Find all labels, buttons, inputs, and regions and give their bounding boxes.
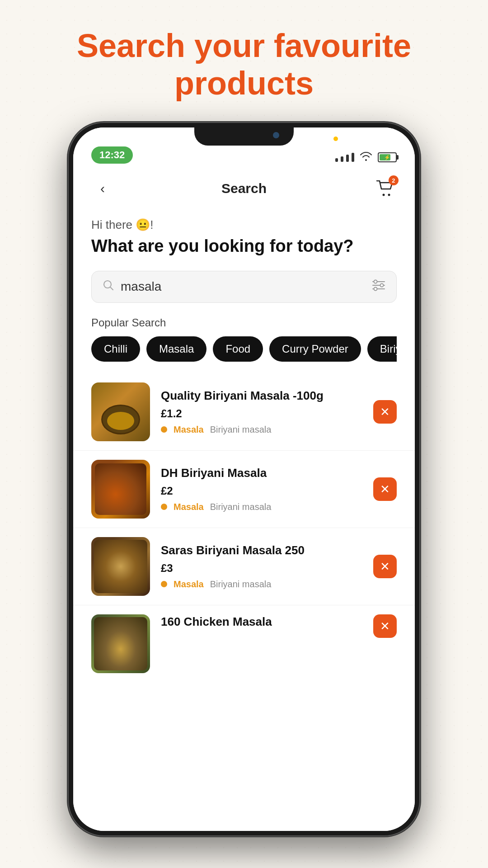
time-display: 12:32 <box>91 146 133 164</box>
category-label-2: Masala <box>174 502 204 512</box>
subcategory-label-3: Biriyani masala <box>210 579 272 590</box>
svg-point-1 <box>388 194 390 196</box>
category-dot-1 <box>161 426 167 433</box>
search-bar[interactable]: masala <box>91 271 397 303</box>
product-item: Quality Biriyani Masala -100g £1.2 Masal… <box>73 373 415 451</box>
status-bar: 12:32 ⚡ <box>73 127 415 168</box>
product-item: Saras Biriyani Masala 250 £3 Masala Biri… <box>73 528 415 605</box>
signal-dot <box>333 137 338 141</box>
tag-chilli[interactable]: Chilli <box>91 336 140 362</box>
cart-badge: 2 <box>389 175 399 185</box>
svg-point-8 <box>374 288 377 291</box>
category-label-1: Masala <box>174 425 204 435</box>
wifi-icon <box>360 151 372 164</box>
notch <box>194 127 294 146</box>
product-list: Quality Biriyani Masala -100g £1.2 Masal… <box>73 369 415 687</box>
remove-button-2[interactable]: ✕ <box>373 477 397 501</box>
subcategory-label-2: Biriyani masala <box>210 502 272 512</box>
search-bar-container: masala <box>73 262 415 312</box>
filter-icon[interactable] <box>372 279 385 294</box>
product-name-1: Quality Biriyani Masala -100g <box>161 388 362 404</box>
search-icon <box>103 279 114 294</box>
battery-icon: ⚡ <box>378 152 397 162</box>
product-name-3: Saras Biriyani Masala 250 <box>161 543 362 558</box>
remove-button-4[interactable]: ✕ <box>373 614 397 638</box>
back-button[interactable]: ‹ <box>91 177 114 200</box>
tag-food[interactable]: Food <box>213 336 263 362</box>
product-item: 160 Chicken Masala ✕ <box>73 605 415 682</box>
tag-masala[interactable]: Masala <box>146 336 206 362</box>
product-name-2: DH Biriyani Masala <box>161 466 362 481</box>
category-dot-2 <box>161 504 167 510</box>
product-item: DH Biriyani Masala £2 Masala Biriyani ma… <box>73 451 415 528</box>
search-input[interactable]: masala <box>121 279 366 294</box>
product-price-1: £1.2 <box>161 407 362 420</box>
remove-button-1[interactable]: ✕ <box>373 400 397 424</box>
tag-biriya[interactable]: Biriya <box>367 336 397 362</box>
back-arrow-icon: ‹ <box>100 181 105 196</box>
product-info-1: Quality Biriyani Masala -100g £1.2 Masal… <box>161 388 362 435</box>
remove-button-3[interactable]: ✕ <box>373 555 397 578</box>
remove-icon-2: ✕ <box>380 483 390 495</box>
title-line1: Search your favourite <box>77 28 411 64</box>
app-header: ‹ Search 2 <box>73 168 415 209</box>
front-camera <box>272 131 280 139</box>
subcategory-label-1: Biriyani masala <box>210 425 272 435</box>
remove-icon-4: ✕ <box>380 620 390 632</box>
greeting-text: Hi there 😐! <box>91 218 397 232</box>
phone-screen: 12:32 ⚡ <box>73 127 415 831</box>
category-dot-3 <box>161 581 167 587</box>
product-name-4: 160 Chicken Masala <box>161 614 362 630</box>
product-price-3: £3 <box>161 562 362 575</box>
remove-icon-3: ✕ <box>380 561 390 572</box>
product-info-4: 160 Chicken Masala <box>161 614 362 633</box>
product-tags-1: Masala Biriyani masala <box>161 425 362 435</box>
greeting-question: What are you looking for today? <box>91 236 397 257</box>
svg-point-7 <box>380 284 384 287</box>
product-price-2: £2 <box>161 485 362 497</box>
greeting-section: Hi there 😐! What are you looking for tod… <box>73 209 415 262</box>
app-content: ‹ Search 2 Hi there 😐! What are you look… <box>73 168 415 831</box>
page-title: Search your favourite products <box>0 27 488 102</box>
product-tags-2: Masala Biriyani masala <box>161 502 362 512</box>
popular-label: Popular Search <box>91 316 397 329</box>
cart-button[interactable]: 2 <box>374 177 397 200</box>
product-image-2 <box>91 460 150 519</box>
popular-search-section: Popular Search Chilli Masala Food Curry … <box>73 312 415 369</box>
product-image-4 <box>91 614 150 673</box>
phone-frame: 12:32 ⚡ <box>68 122 420 836</box>
category-label-3: Masala <box>174 579 204 590</box>
product-info-2: DH Biriyani Masala £2 Masala Biriyani ma… <box>161 466 362 512</box>
status-right: ⚡ <box>335 151 397 164</box>
product-image-1 <box>91 382 150 441</box>
product-tags-3: Masala Biriyani masala <box>161 579 362 590</box>
title-line2: products <box>174 65 314 101</box>
svg-point-0 <box>382 194 385 196</box>
signal-bars <box>335 153 354 162</box>
remove-icon-1: ✕ <box>380 406 390 418</box>
product-info-3: Saras Biriyani Masala 250 £3 Masala Biri… <box>161 543 362 590</box>
tag-curry-powder[interactable]: Curry Powder <box>269 336 361 362</box>
popular-tags: Chilli Masala Food Curry Powder Biriya <box>91 336 397 362</box>
product-image-3 <box>91 537 150 596</box>
svg-point-6 <box>374 280 377 283</box>
screen-title: Search <box>221 181 267 196</box>
